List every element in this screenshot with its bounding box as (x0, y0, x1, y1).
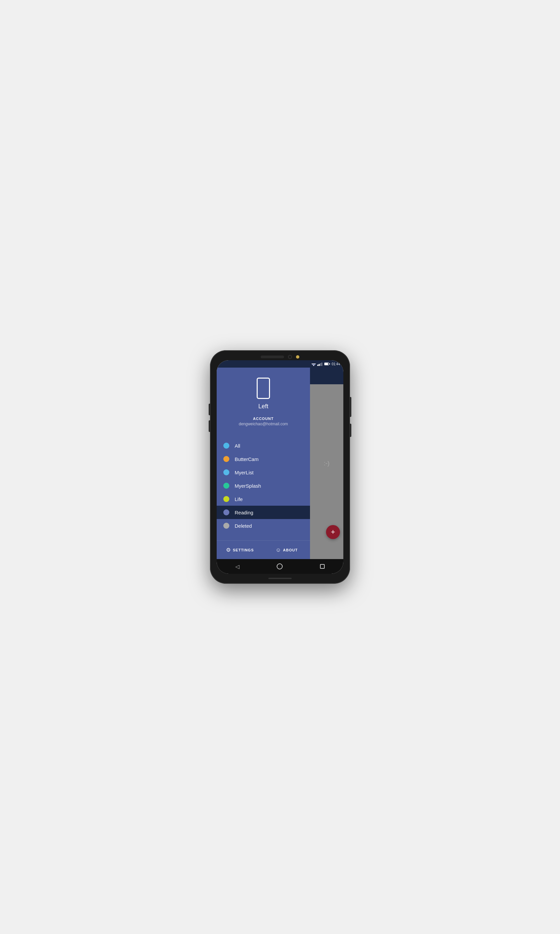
settings-label: SETTINGS (233, 548, 254, 552)
phone-screen: 01:44 Left ACCOUNT dengweichao@hotmail.c… (217, 360, 343, 574)
nav-label-buttercam: ButterCam (235, 456, 258, 462)
nav-label-deleted: Deleted (235, 523, 252, 529)
nav-label-life: Life (235, 496, 243, 502)
flash (296, 355, 299, 359)
settings-button[interactable]: ⚙ SETTINGS (217, 545, 263, 555)
nav-list: AllButterCamMyerListMyerSplashLifeReadin… (217, 436, 310, 540)
app-title: Left (258, 403, 268, 410)
phone-top-bar (261, 355, 299, 359)
fab-add-button[interactable]: + (326, 525, 340, 539)
volume-up-button[interactable] (209, 404, 210, 415)
account-label: ACCOUNT (238, 417, 288, 421)
nav-recent-button[interactable] (320, 564, 325, 569)
nav-label-myerlist: MyerList (235, 470, 254, 475)
status-time: 01:44 (332, 362, 340, 366)
nav-item-life[interactable]: Life (217, 492, 310, 506)
nav-label-all: All (235, 443, 240, 449)
empty-state-emoji: :-) (324, 460, 330, 467)
phone-bottom-bar (268, 578, 292, 579)
sidebar-header: Left ACCOUNT dengweichao@hotmail.com (217, 368, 310, 436)
right-panel-header (310, 368, 343, 384)
sidebar-footer: ⚙ SETTINGS ☺ ABOUT (217, 540, 310, 559)
nav-item-deleted[interactable]: Deleted (217, 519, 310, 532)
speaker (261, 356, 284, 358)
nav-dot-deleted (223, 523, 229, 529)
account-email: dengweichao@hotmail.com (238, 422, 288, 426)
nav-back-button[interactable]: ◁ (235, 563, 239, 570)
right-panel-content: :-) (310, 384, 343, 543)
phone-device: 01:44 Left ACCOUNT dengweichao@hotmail.c… (210, 350, 350, 584)
phone-logo-icon (257, 378, 270, 399)
screen-content: 01:44 Left ACCOUNT dengweichao@hotmail.c… (217, 360, 343, 574)
nav-item-myersplash[interactable]: MyerSplash (217, 479, 310, 492)
about-button[interactable]: ☺ ABOUT (263, 545, 310, 555)
nav-item-myerlist[interactable]: MyerList (217, 465, 310, 479)
nav-home-button[interactable] (277, 563, 283, 569)
nav-item-reading[interactable]: Reading (217, 506, 310, 519)
main-content: Left ACCOUNT dengweichao@hotmail.com All… (217, 368, 343, 559)
about-icon: ☺ (276, 547, 281, 553)
nav-dot-myersplash (223, 483, 229, 489)
status-bar: 01:44 (217, 360, 343, 368)
nav-item-buttercam[interactable]: ButterCam (217, 452, 310, 465)
nav-dot-buttercam (223, 456, 229, 462)
nav-item-all[interactable]: All (217, 439, 310, 452)
wifi-icon (311, 362, 316, 366)
camera (288, 355, 292, 359)
android-nav-bar: ◁ (217, 559, 343, 574)
about-label: ABOUT (283, 548, 298, 552)
nav-label-reading: Reading (235, 510, 253, 515)
nav-dot-life (223, 496, 229, 502)
nav-label-myersplash: MyerSplash (235, 483, 261, 489)
sidebar: Left ACCOUNT dengweichao@hotmail.com All… (217, 368, 310, 559)
settings-icon: ⚙ (226, 547, 231, 553)
status-icons: 01:44 (311, 362, 340, 366)
nav-dot-myerlist (223, 469, 229, 475)
battery-icon (324, 362, 329, 365)
nav-dot-reading (223, 509, 229, 515)
account-section: ACCOUNT dengweichao@hotmail.com (238, 417, 288, 426)
signal-icon (317, 362, 322, 366)
volume-down-button[interactable] (209, 420, 210, 432)
nav-dot-all (223, 442, 229, 449)
right-panel: :-) + (310, 368, 343, 559)
